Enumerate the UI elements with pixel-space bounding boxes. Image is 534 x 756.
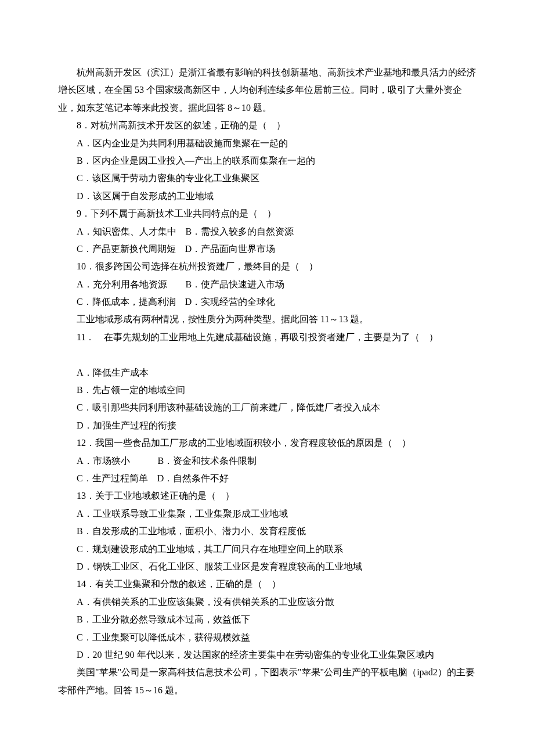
q8-option-d: D．该区属于自发形成的工业地域 xyxy=(58,188,476,205)
q10-options-ab: A．充分利用各地资源 B．使产品快速进入市场 xyxy=(58,276,476,293)
q14-stem: 14．有关工业集聚和分散的叙述，正确的是（ ） xyxy=(58,575,476,593)
intro-passage-2: 工业地域形成有两种情况，按性质分为两种类型。据此回答 11～13 题。 xyxy=(58,311,476,328)
q8-stem: 8．对杭州高新技术开发区的叙述，正确的是（ ） xyxy=(58,117,476,134)
q8-option-c: C．该区属于劳动力密集的专业化工业集聚区 xyxy=(58,170,476,187)
q12-stem: 12．我国一些食品加工厂形成的工业地域面积较小，发育程度较低的原因是（ ） xyxy=(58,434,476,452)
intro-passage-3: 美国"苹果"公司是一家高科技信息技术公司，下图表示"苹果"公司生产的平板电脑（i… xyxy=(58,664,476,699)
q11-option-a: A．降低生产成本 xyxy=(58,364,476,381)
intro-passage-1: 杭州高新开发区（滨江）是浙江省最有影响的科技创新基地、高新技术产业基地和最具活力… xyxy=(58,64,476,117)
q14-option-c: C．工业集聚可以降低成本，获得规模效益 xyxy=(58,629,476,646)
q13-option-d: D．钢铁工业区、石化工业区、服装工业区是发育程度较高的工业地域 xyxy=(58,558,476,575)
q9-options-cd: C．产品更新换代周期短 D．产品面向世界市场 xyxy=(58,240,476,258)
q14-option-b: B．工业分散必然导致成本过高，效益低下 xyxy=(58,611,476,628)
q8-option-a: A．区内企业是为共同利用基础设施而集聚在一起的 xyxy=(58,135,476,152)
q11-option-b: B．先占领一定的地域空间 xyxy=(58,381,476,399)
q14-option-d: D．20 世纪 90 年代以来，发达国家的经济主要集中在劳动密集的专业化工业集聚… xyxy=(58,646,476,664)
q8-option-b: B．区内企业是因工业投入—产出上的联系而集聚在一起的 xyxy=(58,152,476,170)
q13-stem: 13．关于工业地域叙述正确的是（ ） xyxy=(58,487,476,505)
q14-option-a: A．有供销关系的工业应该集聚，没有供销关系的工业应该分散 xyxy=(58,593,476,611)
q11-stem: 11． 在事先规划的工业用地上先建成基础设施，再吸引投资者建厂，主要是为了（ ） xyxy=(58,329,476,346)
q9-stem: 9．下列不属于高新技术工业共同特点的是（ ） xyxy=(58,205,476,222)
q13-option-a: A．工业联系导致工业集聚，工业集聚形成工业地域 xyxy=(58,505,476,523)
q10-options-cd: C．降低成本，提高利润 D．实现经营的全球化 xyxy=(58,293,476,311)
q10-stem: 10．很多跨国公司选择在杭州投资建厂，最终目的是（ ） xyxy=(58,258,476,275)
q9-options-ab: A．知识密集、人才集中 B．需投入较多的自然资源 xyxy=(58,223,476,240)
q12-options-ab: A．市场狭小 B．资金和技术条件限制 xyxy=(58,452,476,470)
q11-option-c: C．吸引那些共同利用该种基础设施的工厂前来建厂，降低建厂者投入成本 xyxy=(58,399,476,416)
q11-option-d: D．加强生产过程的衔接 xyxy=(58,417,476,434)
q13-option-c: C．规划建设形成的工业地域，其工厂间只存在地理空间上的联系 xyxy=(58,541,476,558)
q13-option-b: B．自发形成的工业地域，面积小、潜力小、发育程度低 xyxy=(58,523,476,540)
q12-options-cd: C．生产过程简单 D．自然条件不好 xyxy=(58,470,476,487)
